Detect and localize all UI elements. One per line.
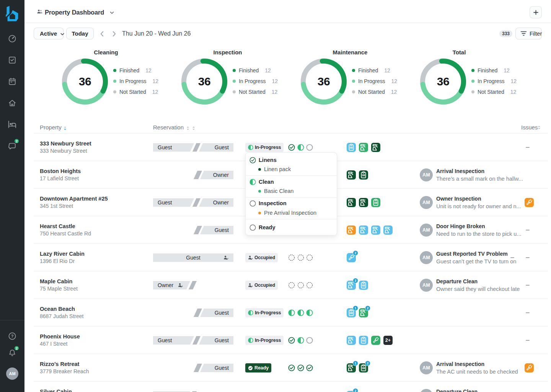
- svg-text:?: ?: [11, 334, 14, 338]
